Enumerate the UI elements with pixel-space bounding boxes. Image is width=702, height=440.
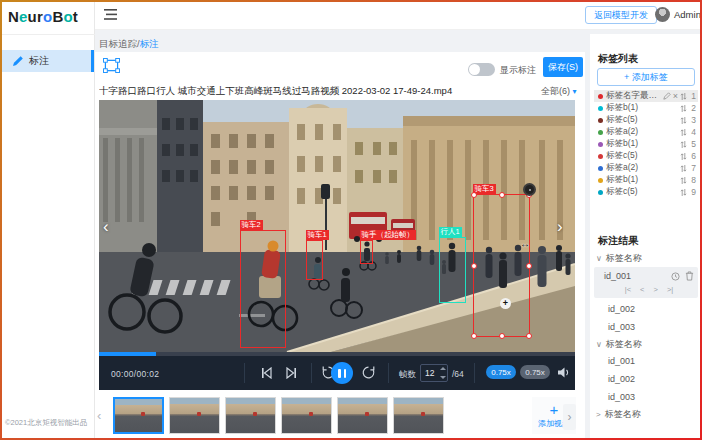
result-item[interactable]: id_001 [594,352,698,370]
nav-first-icon[interactable]: |< [625,285,631,294]
logo-letter: ur [28,8,43,25]
frame-count-label: 帧数 [399,369,416,381]
video-thumbnail[interactable] [281,397,332,434]
resize-handle[interactable] [526,333,532,339]
sort-icon[interactable] [680,128,687,137]
bounding-box[interactable]: 骑车2 [240,230,286,348]
frame-stepper[interactable] [440,365,447,381]
label-index: 9 [690,187,696,197]
resize-handle[interactable] [499,192,505,198]
stepper-down-icon[interactable] [440,376,446,379]
label-list-item[interactable]: 标签b(1)5 [594,138,698,150]
video-thumbnail[interactable] [113,397,164,434]
filmstrip-prev-chevron[interactable]: ‹ [97,408,101,423]
delete-label-icon[interactable]: × [673,91,678,101]
video-title: 十字路口路口行人 城市交通上下班高峰斑马线过马路视频 2022-03-02 17… [99,85,499,98]
result-item-selected[interactable]: id_001|<<>>| [594,267,698,298]
logo-letter: N [8,8,19,25]
label-index: 8 [690,175,696,185]
label-color-dot [598,142,603,147]
bounding-box[interactable]: 骑车3 [473,194,530,337]
user-name[interactable]: Admin [674,9,701,20]
resize-handle[interactable] [499,333,505,339]
sort-icon[interactable] [680,152,687,161]
label-index: 1 [690,91,696,101]
result-group-name: 标签名称 [606,252,642,265]
label-list-item[interactable]: 标签c(5)3 [594,114,698,126]
collapse-menu-icon[interactable] [104,9,117,20]
back-to-model-dev-button[interactable]: 返回模型开发 [585,6,657,24]
result-group-header[interactable]: ∨标签名称 [594,336,698,352]
sort-icon[interactable] [680,140,687,149]
resize-handle[interactable] [471,192,477,198]
clock-icon[interactable] [671,272,680,281]
breadcrumb-parent[interactable]: 目标追踪 [99,38,137,49]
sort-icon[interactable] [680,104,687,113]
nav-next-icon[interactable]: > [654,285,658,294]
sort-icon[interactable] [680,188,687,197]
label-color-dot [598,178,603,183]
result-item[interactable]: id_002 [594,300,698,318]
label-list-item[interactable]: 标签c(5)9 [594,186,698,198]
rect-select-tool-icon[interactable] [103,58,120,73]
avatar[interactable] [655,7,670,22]
move-cursor-icon: + [500,298,511,309]
label-list-item[interactable]: 标签名字最长数...×1 [594,90,698,102]
bounding-box[interactable]: 骑车1 [306,240,323,280]
video-canvas[interactable]: 骑车2骑车1骑手（起始帧）行人1骑车3 ‹ › + ↔ [99,100,575,352]
filmstrip-next-chevron[interactable]: › [563,404,576,430]
filter-value: 全部(6) [541,86,570,96]
edit-icon[interactable] [663,92,671,100]
add-label-button[interactable]: + 添加标签 [597,68,695,86]
stepper-up-icon[interactable] [440,367,446,370]
result-item[interactable]: id_003 [594,388,698,406]
label-list-item[interactable]: 标签c(5)6 [594,150,698,162]
resize-handle[interactable] [471,263,477,269]
bounding-box[interactable]: 骑手（起始帧） [360,240,373,264]
result-group-header[interactable]: >标签名称 [594,406,698,422]
trash-icon[interactable] [685,271,694,281]
video-thumbnail[interactable] [393,397,444,434]
video-thumbnail[interactable] [337,397,388,434]
filter-dropdown[interactable]: 全部(6) ▾ [541,85,577,98]
label-list-item[interactable]: 标签a(2)7 [594,162,698,174]
nav-last-icon[interactable]: >| [667,285,673,294]
result-item[interactable]: id_002 [594,370,698,388]
result-group-header[interactable]: ∨标签名称 [594,250,698,266]
show-annotation-toggle[interactable] [468,63,495,76]
video-thumbnail[interactable] [225,397,276,434]
next-frame-icon[interactable] [285,367,297,379]
label-name: 标签c(5) [606,114,678,126]
label-list-item[interactable]: 标签b(1)8 [594,174,698,186]
video-thumbnail[interactable] [169,397,220,434]
breadcrumb-current: 标注 [140,38,159,49]
sort-icon[interactable] [680,176,687,185]
label-name: 标签c(5) [606,150,678,162]
sort-icon[interactable] [680,164,687,173]
sort-icon[interactable] [680,116,687,125]
pause-button[interactable] [331,362,353,384]
sort-icon[interactable] [680,92,687,101]
volume-icon[interactable] [557,366,570,379]
label-list-item[interactable]: 标签b(1)2 [594,102,698,114]
forward-10-icon[interactable] [361,365,376,380]
bounding-box[interactable]: 行人1 [439,237,466,303]
nav-prev-icon[interactable]: < [640,285,644,294]
label-list-item[interactable]: 标签a(2)4 [594,126,698,138]
prev-frame-icon[interactable] [261,367,273,379]
divider [244,363,245,383]
video-next-chevron[interactable]: › [557,218,563,235]
save-button[interactable]: 保存(S) [543,57,583,77]
speed-pill-secondary[interactable]: 0.75x [520,365,550,379]
result-item[interactable]: id_003 [594,318,698,336]
video-prev-chevron[interactable]: ‹ [103,218,109,235]
result-item-id: id_001 [604,271,631,281]
label-index: 4 [690,127,696,137]
filmstrip: ‹ + 添加视频 › [95,394,585,440]
result-group-name: 标签名称 [606,338,642,351]
resize-handle[interactable] [471,333,477,339]
sidebar-item-annotate[interactable]: 标注 [0,50,94,72]
speed-pill-active[interactable]: 0.75x [486,365,516,379]
label-index: 3 [690,115,696,125]
resize-handle[interactable] [526,263,532,269]
